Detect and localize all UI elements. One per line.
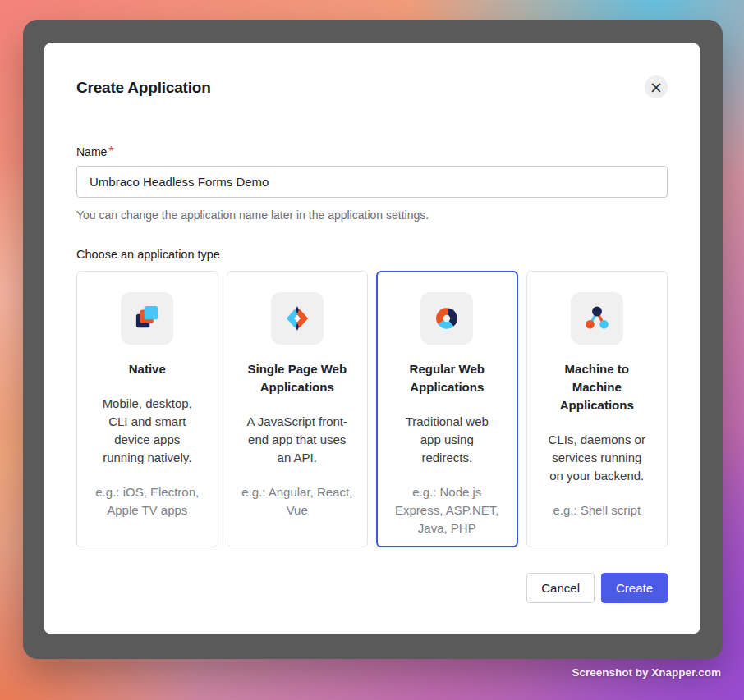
spa-diamonds-icon bbox=[271, 292, 324, 345]
xnapper-watermark: Screenshot by Xnapper.com bbox=[572, 666, 721, 679]
m2m-network-icon bbox=[571, 292, 623, 345]
application-name-input[interactable] bbox=[76, 166, 668, 198]
name-section: Name* You can change the application nam… bbox=[76, 144, 668, 222]
name-label: Name bbox=[76, 145, 107, 158]
app-type-card-native[interactable]: Native Mobile, desktop, CLI and smart de… bbox=[76, 271, 218, 547]
native-layers-icon bbox=[121, 292, 173, 345]
modal-header: Create Application × bbox=[76, 75, 668, 98]
card-title: Native bbox=[96, 360, 198, 378]
required-asterisk: * bbox=[108, 144, 113, 158]
app-type-card-m2m[interactable]: Machine to Machine Applications CLIs, da… bbox=[526, 271, 668, 547]
card-example: e.g.: Angular, React, Vue bbox=[241, 483, 354, 519]
close-button[interactable]: × bbox=[645, 75, 668, 98]
card-title: Machine to Machine Applications bbox=[546, 360, 648, 414]
card-example: e.g.: Node.js Express, ASP.NET, Java, PH… bbox=[390, 483, 503, 538]
card-example: e.g.: Shell script bbox=[540, 501, 654, 519]
create-application-modal: Create Application × Name* You can chang… bbox=[44, 43, 700, 634]
app-type-card-regular-web[interactable]: Regular Web Applications Traditional web… bbox=[376, 271, 518, 547]
card-description: CLIs, daemons or services running on you… bbox=[544, 431, 650, 485]
card-title: Regular Web Applications bbox=[396, 360, 498, 396]
window-frame: Create Application × Name* You can chang… bbox=[23, 20, 723, 659]
name-helper-text: You can change the application name late… bbox=[76, 208, 668, 222]
desktop-background: { "watermark": "Screenshot by Xnapper.co… bbox=[0, 0, 744, 700]
modal-title: Create Application bbox=[76, 75, 211, 97]
card-example: e.g.: iOS, Electron, Apple TV apps bbox=[90, 483, 204, 519]
modal-footer: Cancel Create bbox=[76, 573, 668, 603]
close-icon: × bbox=[650, 80, 663, 95]
app-type-card-spa[interactable]: Single Page Web Applications A JavaScrip… bbox=[227, 271, 369, 547]
card-title: Single Page Web Applications bbox=[246, 360, 348, 396]
card-description: A JavaScript front-end app that uses an … bbox=[245, 413, 350, 467]
cancel-button[interactable]: Cancel bbox=[526, 573, 595, 603]
card-description: Traditional web app using redirects. bbox=[394, 413, 499, 467]
name-label-row: Name* bbox=[76, 144, 668, 159]
card-description: Mobile, desktop, CLI and smart device ap… bbox=[94, 395, 200, 467]
regular-web-donut-icon bbox=[420, 292, 473, 345]
application-type-label: Choose an application type bbox=[76, 248, 668, 261]
create-button[interactable]: Create bbox=[601, 573, 668, 603]
application-type-cards: Native Mobile, desktop, CLI and smart de… bbox=[76, 271, 668, 547]
